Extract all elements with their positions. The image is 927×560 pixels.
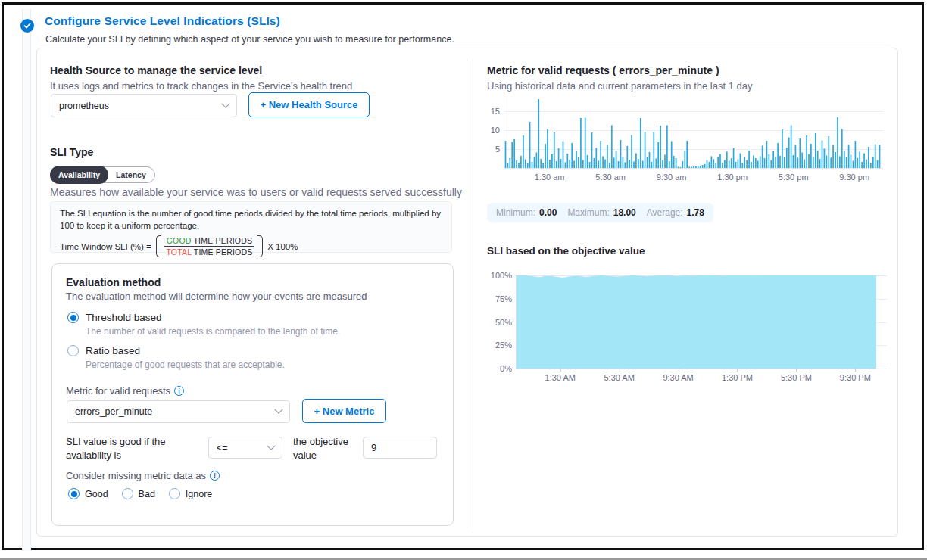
threshold-based-description: The number of valid requests is compared… — [86, 326, 340, 337]
missing-data-option-good[interactable]: Good — [68, 488, 108, 499]
page-subtitle: Calculate your SLI by defining which asp… — [45, 34, 454, 45]
x-tick-mark — [855, 369, 856, 372]
info-icon[interactable]: i — [210, 471, 220, 481]
max-label: Maximum: — [567, 207, 609, 218]
left-bracket — [156, 235, 161, 257]
sli-area-chart: 100% 75% 50% 25% 0% 1:30 AM5:30 AM9:30 A… — [482, 270, 894, 384]
max-value: 18.00 — [613, 207, 636, 218]
x-tick-label: 5:30 pm — [779, 173, 809, 182]
threshold-based-radio[interactable] — [67, 312, 79, 323]
equation-good: GOOD — [167, 236, 192, 245]
health-source-description: It uses logs and metrics to track change… — [50, 80, 352, 92]
y-tick-label: 75% — [482, 294, 512, 303]
x-tick-mark — [560, 369, 561, 372]
health-source-heading: Health Source to manage the service leve… — [50, 64, 262, 76]
x-tick-label: 1:30 am — [535, 173, 565, 182]
x-axis-labels: 1:30 AM5:30 AM9:30 AM1:30 PM5:30 PM9:30 … — [517, 373, 881, 385]
x-tick-label: 5:30 am — [595, 173, 626, 182]
y-tick-label: 100% — [482, 271, 512, 280]
missing-data-label-row: Consider missing metric data as i — [66, 470, 220, 481]
page-title: Configure Service Level Indicatiors (SLI… — [45, 14, 280, 28]
x-axis-ticks — [517, 369, 881, 372]
x-tick-mark — [620, 369, 620, 372]
bad-label: Bad — [139, 489, 155, 499]
x-tick-label: 9:30 am — [657, 173, 687, 182]
evaluation-method-heading: Evaluation method — [66, 276, 161, 288]
x-tick-label: 9:30 PM — [840, 373, 871, 382]
evaluation-method-description: The evaluation method will determine how… — [66, 291, 367, 302]
sli-equation-box: The SLI equation is the number of good t… — [50, 201, 452, 253]
window-frame: Configure Service Level Indicatiors (SLI… — [2, 2, 924, 550]
bad-radio[interactable] — [122, 488, 133, 499]
y-tick-label: 0% — [482, 364, 512, 373]
x-tick-label: 9:30 pm — [839, 173, 869, 182]
right-bracket — [258, 235, 263, 257]
good-label: Good — [85, 489, 108, 499]
equation-total: TOTAL — [166, 247, 191, 257]
sli-config-card: Health Source to manage the service leve… — [36, 48, 898, 537]
x-tick-mark — [737, 369, 738, 372]
x-tick-label: 1:30 AM — [545, 373, 576, 382]
missing-data-option-ignore[interactable]: Ignore — [169, 488, 212, 499]
objective-label-before: SLI value is good if the availability is — [66, 435, 211, 462]
evaluation-method-card: Evaluation method The evaluation method … — [52, 263, 454, 526]
comparator-selected-value: <= — [217, 443, 228, 453]
metric-chart-subheading: Using historical data and current parame… — [487, 80, 752, 92]
sli-type-heading: SLI Type — [50, 146, 93, 158]
new-health-source-button[interactable]: + New Health Source — [248, 92, 370, 117]
health-source-selected-value: prometheus — [59, 101, 109, 111]
min-value: 0.00 — [539, 207, 557, 218]
sli-equation-formula: Time Window SLI (%) = GOOD TIME PERIODS … — [60, 235, 442, 257]
threshold-based-label: Threshold based — [86, 312, 162, 323]
x-tick-label: 9:30 AM — [663, 373, 693, 382]
panel-divider — [467, 58, 467, 527]
metric-for-valid-requests-label-row: Metric for valid requests i — [66, 385, 184, 397]
comparator-select[interactable]: <= — [208, 437, 282, 459]
objective-label-after: the objective value — [293, 435, 363, 462]
chevron-down-icon — [221, 99, 229, 107]
min-label: Minimum: — [496, 207, 535, 218]
missing-data-options: Good Bad Ignore — [68, 488, 212, 499]
ratio-based-label: Ratio based — [86, 345, 140, 356]
metric-for-valid-requests-label: Metric for valid requests — [66, 385, 170, 397]
ratio-based-radio[interactable] — [67, 345, 79, 356]
sli-type-latency-tab[interactable]: Latency — [108, 166, 154, 183]
good-radio[interactable] — [68, 488, 80, 499]
equation-good-rest: TIME PERIODS — [192, 236, 253, 245]
health-source-select[interactable]: prometheus — [51, 94, 237, 117]
sli-equation-text: The SLI equation is the number of good t… — [60, 208, 442, 232]
y-tick-label: 10 — [482, 126, 500, 135]
sli-chart-heading: SLI based on the objective value — [487, 245, 645, 257]
info-icon[interactable]: i — [174, 386, 184, 396]
y-tick-label: 5 — [482, 145, 500, 154]
x-tick-label: 5:30 PM — [781, 373, 812, 382]
metric-selected-value: errors_per_minute — [75, 406, 152, 417]
equation-suffix: X 100% — [267, 242, 298, 251]
sli-type-toggle: Availability Latency — [50, 166, 155, 183]
x-tick-mark — [679, 369, 679, 372]
missing-data-option-bad[interactable]: Bad — [122, 488, 155, 499]
new-metric-button[interactable]: + New Metric — [302, 399, 386, 423]
chevron-down-icon — [274, 406, 282, 414]
x-tick-label: 1:30 PM — [722, 373, 753, 382]
step-complete-check-icon — [20, 19, 34, 33]
metric-chart-heading: Metric for valid requests ( errors_per_m… — [487, 64, 719, 76]
x-tick-label: 5:30 AM — [604, 373, 634, 382]
missing-data-label: Consider missing metric data as — [66, 470, 206, 481]
y-tick-label: 25% — [482, 341, 512, 350]
left-rail — [22, 9, 31, 551]
chevron-down-icon — [267, 441, 275, 450]
objective-value-input[interactable] — [363, 437, 437, 459]
sli-type-availability-tab[interactable]: Availability — [50, 166, 108, 184]
metric-select[interactable]: errors_per_minute — [67, 400, 290, 423]
ignore-radio[interactable] — [169, 488, 180, 499]
equation-fraction: GOOD TIME PERIODS TOTAL TIME PERIODS — [156, 235, 263, 257]
metric-stats-pill: Minimum:0.00 Maximum:18.00 Average:1.78 — [487, 203, 713, 222]
equation-total-rest: TIME PERIODS — [192, 247, 253, 257]
x-tick-mark — [796, 369, 797, 372]
metric-timeseries-chart: 15 10 5 1:30 am5:30 am9:30 am1:30 pm5:30… — [482, 92, 894, 189]
x-tick-label: 1:30 pm — [717, 173, 748, 182]
metric-spike-plot — [504, 92, 881, 168]
sli-type-measures-text: Measures how available your service was … — [50, 186, 462, 198]
ratio-based-description: Percentage of good requests that are acc… — [86, 359, 285, 370]
